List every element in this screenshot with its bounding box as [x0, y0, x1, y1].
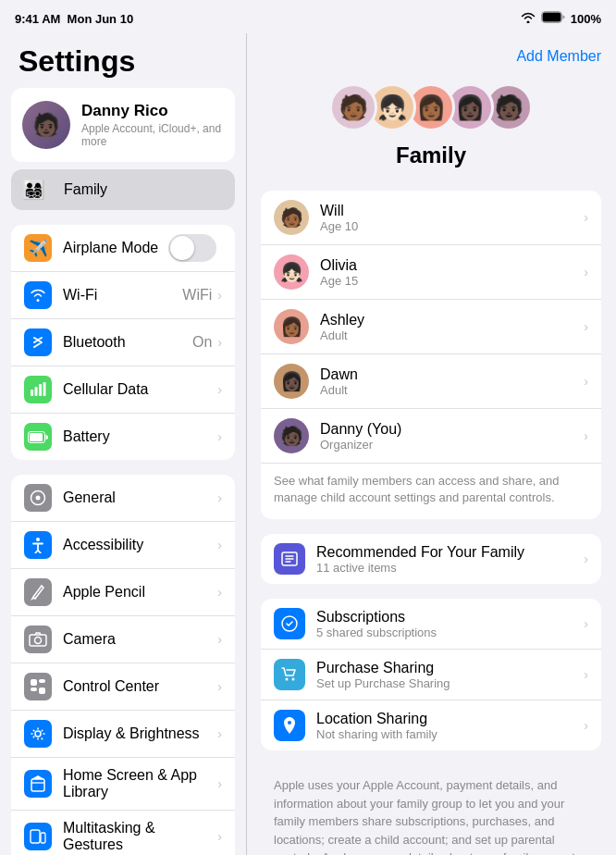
- member-dawn-chevron: ›: [584, 374, 588, 389]
- profile-avatar: 🧑🏿: [22, 101, 70, 149]
- family-avatars-large: 🧑🏾 👧🏻 👩🏾 👩🏿 🧑🏿: [329, 83, 533, 131]
- recommended-section: Recommended For Your Family 11 active it…: [261, 534, 601, 584]
- family-members-section: 🧑🏾 Will Age 10 › 👧🏻 Olivia Age 15 › 👩🏾: [261, 191, 601, 519]
- display-icon: [24, 720, 52, 748]
- svg-rect-19: [31, 830, 40, 843]
- general-label: General: [63, 489, 217, 506]
- sidebar-item-bluetooth[interactable]: Bluetooth On ›: [11, 319, 235, 366]
- svg-rect-1: [542, 13, 561, 22]
- accessibility-icon: [24, 531, 52, 559]
- sidebar-item-homescreen[interactable]: Home Screen & App Library ›: [11, 758, 235, 811]
- member-info-dawn: Dawn Adult: [320, 366, 358, 397]
- sidebar-item-cellular[interactable]: Cellular Data ›: [11, 366, 235, 414]
- profile-subtitle: Apple Account, iCloud+, and more: [81, 122, 224, 148]
- sidebar-item-multitasking[interactable]: Multitasking & Gestures ›: [11, 811, 235, 855]
- location-sharing-info: Location Sharing Not sharing with family: [316, 711, 437, 741]
- settings-section-device: General › Accessibility ›: [11, 475, 235, 855]
- status-time: 9:41 AM Mon Jun 10: [15, 12, 133, 26]
- svg-rect-15: [31, 688, 37, 691]
- avatar-0: 🧑🏾: [329, 83, 377, 131]
- right-panel: Add Member 🧑🏾 👧🏻 👩🏾 👩🏿 🧑🏿 Family 🧑🏾 Will…: [246, 33, 616, 855]
- member-olivia-chevron: ›: [584, 265, 588, 279]
- svg-point-17: [35, 731, 41, 737]
- svg-rect-13: [31, 679, 37, 686]
- bluetooth-value: On: [192, 334, 212, 351]
- family-row-label: Family: [64, 181, 107, 198]
- member-will-chevron: ›: [584, 210, 588, 225]
- family-row[interactable]: 👨‍👩‍👧‍👦 Family: [11, 169, 235, 210]
- subscriptions-info: Subscriptions 5 shared subscriptions: [316, 609, 437, 639]
- applepencil-icon: [24, 578, 52, 606]
- sidebar: Settings 🧑🏿 Danny Rico Apple Account, iC…: [0, 33, 246, 855]
- member-info-will: Will Age 10: [320, 203, 358, 233]
- svg-rect-5: [43, 382, 46, 396]
- sidebar-item-airplane[interactable]: ✈️ Airplane Mode: [11, 225, 235, 272]
- recommended-row[interactable]: Recommended For Your Family 11 active it…: [261, 534, 601, 584]
- profile-card[interactable]: 🧑🏿 Danny Rico Apple Account, iCloud+, an…: [11, 88, 235, 162]
- sidebar-item-accessibility[interactable]: Accessibility ›: [11, 522, 235, 569]
- sharing-section: Subscriptions 5 shared subscriptions › P…: [261, 599, 601, 750]
- homescreen-icon: [24, 770, 52, 798]
- camera-icon: [24, 626, 52, 653]
- airplane-label: Airplane Mode: [63, 240, 168, 256]
- sidebar-item-battery[interactable]: Battery ›: [11, 414, 235, 460]
- multitasking-icon: [24, 823, 52, 850]
- member-will[interactable]: 🧑🏾 Will Age 10 ›: [261, 191, 601, 245]
- svg-rect-2: [31, 390, 33, 396]
- location-sharing-chevron: ›: [584, 718, 588, 733]
- svg-rect-3: [35, 387, 38, 396]
- profile-info: Danny Rico Apple Account, iCloud+, and m…: [81, 102, 224, 148]
- member-dawn[interactable]: 👩🏿 Dawn Adult ›: [261, 354, 601, 409]
- settings-section-connectivity: ✈️ Airplane Mode Wi-Fi WiFi ›: [11, 225, 235, 460]
- cellular-chevron: ›: [217, 382, 222, 397]
- svg-point-12: [35, 638, 42, 644]
- app-container: Settings 🧑🏿 Danny Rico Apple Account, iC…: [0, 33, 616, 855]
- member-info-olivia: Olivia Age 15: [320, 257, 358, 288]
- purchase-sharing-row[interactable]: Purchase Sharing Set up Purchase Sharing…: [261, 650, 601, 700]
- sidebar-item-wifi[interactable]: Wi-Fi WiFi ›: [11, 272, 235, 319]
- camera-chevron: ›: [217, 632, 222, 647]
- multitasking-label: Multitasking & Gestures: [63, 820, 217, 853]
- controlcenter-icon: [24, 673, 52, 700]
- controlcenter-label: Control Center: [63, 678, 217, 695]
- member-danny[interactable]: 🧑🏿 Danny (You) Organizer ›: [261, 409, 601, 464]
- applepencil-label: Apple Pencil: [63, 584, 217, 601]
- location-sharing-row[interactable]: Location Sharing Not sharing with family…: [261, 700, 601, 750]
- sidebar-item-applepencil[interactable]: Apple Pencil ›: [11, 569, 235, 616]
- sidebar-item-controlcenter[interactable]: Control Center ›: [11, 663, 235, 711]
- status-bar: 9:41 AM Mon Jun 10 100%: [0, 0, 616, 33]
- homescreen-chevron: ›: [217, 776, 222, 791]
- cellular-icon: [24, 376, 52, 403]
- member-avatar-olivia: 👧🏻: [274, 254, 309, 290]
- general-icon: [24, 484, 52, 512]
- subscriptions-chevron: ›: [584, 616, 588, 631]
- add-member-button[interactable]: Add Member: [516, 48, 601, 65]
- purchase-sharing-icon: [274, 659, 305, 690]
- member-info-ashley: Ashley Adult: [320, 312, 364, 342]
- sidebar-item-display[interactable]: Display & Brightness ›: [11, 711, 235, 758]
- accessibility-label: Accessibility: [63, 537, 217, 553]
- member-avatar-danny: 🧑🏿: [274, 418, 309, 453]
- member-ashley[interactable]: 👩🏾 Ashley Adult ›: [261, 300, 601, 354]
- members-info-text: See what family members can access and s…: [261, 464, 601, 519]
- svg-rect-16: [39, 688, 45, 694]
- svg-point-10: [36, 538, 40, 541]
- svg-point-30: [288, 721, 291, 725]
- sidebar-item-camera[interactable]: Camera ›: [11, 616, 235, 663]
- battery-label: Battery: [63, 428, 217, 445]
- status-indicators: 100%: [521, 11, 601, 26]
- airplane-toggle[interactable]: [168, 234, 216, 262]
- display-chevron: ›: [217, 726, 222, 741]
- profile-name: Danny Rico: [81, 102, 224, 120]
- sidebar-item-general[interactable]: General ›: [11, 475, 235, 522]
- wifi-value: WiFi: [182, 287, 212, 304]
- controlcenter-chevron: ›: [217, 679, 222, 694]
- battery-chevron: ›: [217, 429, 222, 444]
- wifi-chevron: ›: [217, 288, 222, 303]
- recommended-icon: [274, 543, 305, 575]
- member-olivia[interactable]: 👧🏻 Olivia Age 15 ›: [261, 245, 601, 300]
- subscriptions-row[interactable]: Subscriptions 5 shared subscriptions ›: [261, 599, 601, 650]
- airplane-icon: ✈️: [24, 234, 52, 262]
- display-label: Display & Brightness: [63, 725, 217, 742]
- purchase-sharing-info: Purchase Sharing Set up Purchase Sharing: [316, 660, 450, 690]
